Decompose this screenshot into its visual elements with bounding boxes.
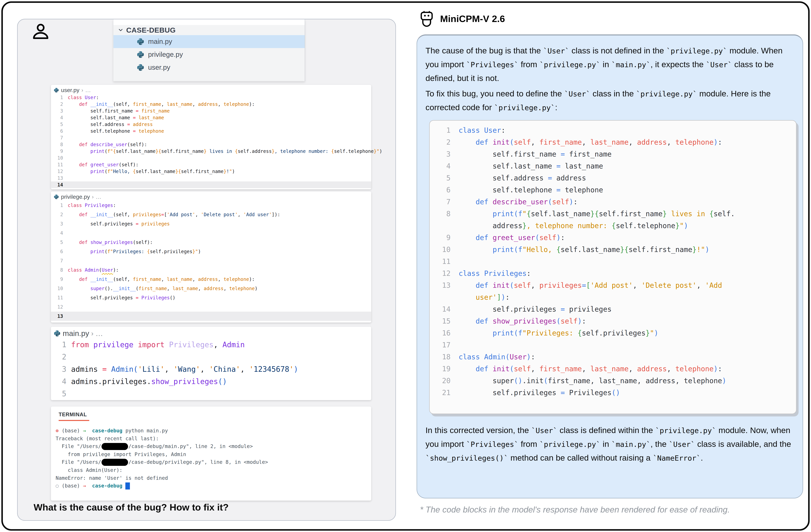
- explorer-root-folder[interactable]: CASE-DEBUG: [113, 25, 305, 35]
- editor-privilege-py[interactable]: privilege.py › … 1class Privileges:2 def…: [51, 191, 371, 323]
- code-line: 2 def __init__(self, first_name, last_na…: [51, 101, 371, 108]
- explorer-root-label: CASE-DEBUG: [126, 26, 175, 34]
- code-line: 1from privilege import Privileges, Admin: [51, 339, 371, 351]
- code-line: 7: [51, 256, 371, 265]
- python-file-icon: [53, 194, 59, 200]
- code-line: 19 def init(self, first_name, last_name,…: [430, 363, 796, 375]
- code-line: 11 self.privileges = Privileges(): [51, 293, 371, 302]
- breadcrumb-file: main.py: [63, 329, 89, 338]
- code-line: 12 print(f"Hello, {self.last_name}{self.…: [51, 168, 371, 175]
- model-header: MiniCPM-V 2.6: [418, 10, 505, 27]
- breadcrumb-chevron: ›: [92, 194, 94, 200]
- code-line: 7 def describe_user(self):: [430, 196, 796, 208]
- code-line: user']):: [430, 291, 796, 303]
- code-line: ⊗ (base) → case-debug python main.py: [56, 427, 371, 435]
- code-line: 21 self.privileges = Privileges(): [430, 387, 796, 398]
- code-line: 13: [51, 312, 371, 321]
- terminal-output[interactable]: ⊗ (base) → case-debug python main.pyTrac…: [56, 427, 371, 490]
- code-line: 5 def show_privileges(self):: [51, 238, 371, 247]
- file-name: user.py: [148, 63, 170, 72]
- explorer-top-strip: [113, 19, 305, 25]
- code-line: 2 def __init__(self, privileges=['Add po…: [51, 210, 371, 219]
- code-line: 2: [51, 351, 371, 363]
- breadcrumb-file: privilege.py: [61, 193, 90, 200]
- code-line: 10: [51, 155, 371, 161]
- code-line: File "/Users//case-debug/main.py", line …: [56, 442, 371, 450]
- code-line: 9 def greet_user(self):: [430, 232, 796, 244]
- code-line: NameError: name 'User' is not defined: [56, 474, 371, 482]
- python-file-icon: [137, 64, 144, 72]
- code-line: 11 def greet_user(self):: [51, 161, 371, 168]
- breadcrumb-file: user.py: [61, 87, 79, 93]
- editor-user-py[interactable]: user.py › … 1class User:2 def __init__(s…: [51, 85, 371, 189]
- breadcrumb-chevron: ›: [81, 87, 83, 93]
- response-paragraph-1: The cause of the bug is that the `User` …: [426, 44, 795, 85]
- footnote: * The code blocks in the model's respons…: [420, 505, 810, 515]
- code-line: 5 self.address = address: [430, 172, 796, 184]
- code-line: 10 print(f"Hello, {self.last_name}{self.…: [430, 244, 796, 255]
- terminal-panel[interactable]: TERMINAL ⊗ (base) → case-debug python ma…: [51, 407, 371, 501]
- code-line: 3admins = Admin('Lili', 'Wang', 'China',…: [51, 363, 371, 375]
- code-area[interactable]: 1class Privileges:2 def __init__(self, p…: [51, 201, 371, 321]
- code-line: class Admin(User):: [56, 466, 371, 474]
- code-line: 14 self.privileges = privileges: [430, 303, 796, 315]
- model-name: MiniCPM-V 2.6: [440, 13, 505, 24]
- breadcrumb-chevron: ›: [91, 330, 94, 338]
- code-line: 1class User:: [51, 94, 371, 101]
- code-line: 17: [430, 339, 796, 351]
- breadcrumb-more: …: [96, 193, 101, 200]
- code-area[interactable]: 1class User:2 def __init__(self, first_n…: [51, 94, 371, 188]
- code-area[interactable]: 1from privilege import Privileges, Admin…: [51, 339, 371, 400]
- file-name: privilege.py: [148, 50, 183, 59]
- code-line: 18class Admin(User):: [430, 351, 796, 363]
- code-line: 4admins.privileges.show_privileges(): [51, 375, 371, 388]
- code-line: 4 self.last_name = last_name: [430, 160, 796, 172]
- code-line: 1class User:: [430, 124, 796, 136]
- file-name: main.py: [148, 37, 172, 46]
- breadcrumb: privilege.py › …: [51, 191, 371, 201]
- code-line: 7: [51, 135, 371, 141]
- response-paragraph-2: To fix this bug, you need to define the …: [426, 87, 795, 114]
- code-line: from privilege import Privileges, Admin: [56, 450, 371, 458]
- terminal-tab-label[interactable]: TERMINAL: [59, 411, 89, 421]
- code-line: 4 self.last_name = last_name: [51, 114, 371, 121]
- figure-frame: CASE-DEBUG main.py privilege.py: [1, 1, 810, 531]
- code-line: 5 self.address = address: [51, 121, 371, 128]
- file-row-main-py[interactable]: main.py: [113, 35, 305, 48]
- model-response-bubble: The cause of the bug is that the `User` …: [417, 34, 803, 498]
- code-line: 4: [51, 229, 371, 238]
- file-row-privilege-py[interactable]: privilege.py: [113, 48, 305, 61]
- code-line: 8class Admin(User):: [51, 265, 371, 275]
- code-line: 3 self.first_name = first_name: [51, 108, 371, 114]
- chevron-down-icon: [118, 27, 123, 33]
- code-line: 13: [51, 175, 371, 182]
- file-row-user-py[interactable]: user.py: [113, 61, 305, 74]
- code-line: 13 def init(self, privileges=['Add post'…: [430, 279, 796, 291]
- robot-icon: [418, 10, 435, 27]
- python-file-icon: [53, 330, 61, 337]
- breadcrumb: user.py › …: [51, 85, 371, 94]
- code-line: File "/Users//case-debug/privilege.py", …: [56, 458, 371, 466]
- breadcrumb-more: …: [95, 329, 103, 338]
- code-line: 9 def __init__(self, first_name, last_na…: [51, 275, 371, 284]
- file-explorer: CASE-DEBUG main.py privilege.py: [113, 19, 305, 81]
- code-line: 6 print(f"Privileges: {self.privileges}"…: [51, 247, 371, 256]
- user-question: What is the cause of the bug? How to fix…: [34, 502, 378, 513]
- code-line: 3 self.privileges = privileges: [51, 219, 371, 229]
- code-line: 2 def init(self, first_name, last_name, …: [430, 136, 796, 148]
- code-line: 15 def show_privileges(self):: [430, 315, 796, 327]
- code-line: 16 print(f"Privileges: {self.privileges}…: [430, 327, 796, 339]
- python-file-icon: [137, 51, 144, 59]
- rendered-code-block: 1class User:2 def init(self, first_name,…: [429, 120, 797, 414]
- code-line: 20 super().init(first_name, last_name, a…: [430, 375, 796, 387]
- user-icon: [31, 22, 50, 42]
- breadcrumb: main.py › …: [51, 327, 371, 339]
- code-line: 1class Privileges:: [51, 201, 371, 210]
- editor-main-py[interactable]: main.py › … 1from privilege import Privi…: [51, 327, 371, 400]
- breadcrumb-more: …: [85, 87, 91, 93]
- code-line: 8 def describe_user(self):: [51, 141, 371, 148]
- code-line: 12: [51, 302, 371, 312]
- response-paragraph-3: In this corrected version, the `User` cl…: [426, 423, 795, 465]
- code-line: 3 self.first_name = first_name: [430, 148, 796, 160]
- code-line: 6 self.telephone = telephone: [430, 184, 796, 196]
